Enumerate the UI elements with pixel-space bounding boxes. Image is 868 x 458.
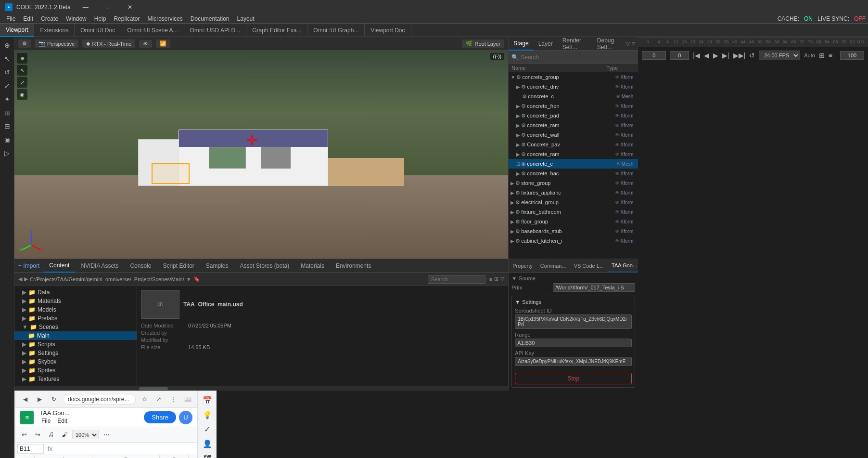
stage-row[interactable]: ▶ ⚙ concrete_pad 👁 Xform (509, 111, 638, 120)
browser-url-bar[interactable]: docs.google.com/spre... (63, 394, 136, 405)
filter-icon[interactable]: ▽ (625, 40, 630, 47)
tab-content[interactable]: Content (43, 259, 75, 273)
rtx-button[interactable]: ◆ RTX - Real-Time (82, 39, 135, 48)
tree-item[interactable]: ▶ 📁 Prefabs (14, 314, 137, 323)
tab-asset-stores[interactable]: Asset Stores (beta) (234, 259, 295, 273)
settings-button[interactable]: ⚙ (18, 39, 31, 48)
stage-row[interactable]: ▶ ⚙ fixture_bathroom 👁 Xform (509, 207, 638, 217)
tab-graph-editor[interactable]: Graph Editor Exa... (246, 24, 307, 37)
breadcrumb-dropdown-icon[interactable]: ▼ (186, 276, 191, 282)
tree-item[interactable]: ▶ 📁 Scripts (14, 340, 137, 349)
menu-documentation[interactable]: Documentation (187, 14, 233, 23)
bookmark-icon[interactable]: 🔖 (193, 276, 200, 282)
tab-viewport-doc[interactable]: Viewport Doc (365, 24, 411, 37)
nav-back-icon[interactable]: ◀ (18, 276, 22, 282)
user-avatar[interactable]: U (179, 411, 192, 424)
stage-search-input[interactable] (521, 54, 635, 61)
share-icon[interactable]: ↗ (153, 393, 165, 405)
vp-camera-icon[interactable]: ⊕ (17, 53, 27, 64)
tab-stage[interactable]: Stage (509, 37, 533, 51)
menu-file[interactable]: File (2, 14, 19, 23)
vp-tool3-icon[interactable]: ◉ (17, 89, 27, 100)
tab-omni-ui-doc[interactable]: Omni::UI Doc (75, 24, 121, 37)
maps-icon[interactable]: 🗺 (202, 452, 213, 458)
more-options-tool[interactable]: ⋯ (101, 429, 112, 441)
menu-create[interactable]: Create (37, 14, 62, 23)
play-button[interactable]: ▶ (713, 52, 718, 59)
cell-reference-input[interactable] (17, 444, 44, 454)
stage-row[interactable]: ▶ ⚙ fixtures_applianc 👁 Xform (509, 188, 638, 197)
tasks-icon[interactable]: ✓ (202, 423, 213, 435)
visibility-button[interactable]: 👁 (139, 40, 152, 48)
stage-row-selected[interactable]: ⊡ ◉ concrete_c 👁 Mesh (509, 159, 638, 169)
bottom-search-input[interactable] (428, 275, 485, 284)
stage-row[interactable]: ▶ ⚙ concrete_ram 👁 Xform (509, 120, 638, 130)
tab-render-settings[interactable]: Render Sett... (558, 37, 592, 51)
stage-row[interactable]: ▶ ⚙ concrete_ram 👁 Xform (509, 149, 638, 159)
tree-item[interactable]: ▼ 📁 Scenes (14, 323, 137, 331)
tab-console[interactable]: Console (124, 259, 157, 273)
import-button[interactable]: + Import (14, 262, 43, 269)
zoom-selector[interactable]: 100% (72, 431, 99, 439)
next-frame-button[interactable]: ▶| (722, 52, 729, 59)
stage-search[interactable]: 🔍 (509, 51, 638, 64)
tab-nvidia-assets[interactable]: NVIDIA Assets (75, 259, 124, 273)
browser-menu-icon[interactable]: ⋮ (167, 393, 179, 405)
col-a-header[interactable]: A (35, 455, 92, 458)
calendar-icon[interactable]: 📅 (202, 394, 213, 406)
menu-edit[interactable]: Edit (19, 14, 37, 23)
filter-icon[interactable]: ▽ (500, 276, 504, 282)
col-b-header[interactable]: B (92, 455, 160, 458)
menu-layout[interactable]: Layout (233, 14, 258, 23)
rotate-tool-icon[interactable]: ↺ (1, 66, 13, 78)
horizontal-scrollbar[interactable] (14, 386, 508, 391)
redo-tool[interactable]: ↪ (32, 429, 43, 441)
stage-row[interactable]: ▶ ⚙ cabinet_kitchen_i 👁 Xform (509, 236, 638, 246)
menu-icon[interactable]: ≡ (632, 40, 635, 47)
prev-frame-button[interactable]: ◀ (704, 52, 709, 59)
root-layer-button[interactable]: 🌿 Root Layer (462, 39, 504, 48)
tab-script-editor[interactable]: Script Editor (157, 259, 200, 273)
share-button[interactable]: Share (144, 411, 176, 423)
list-view-icon[interactable]: ≡ (489, 276, 492, 282)
play-start-button[interactable]: |◀ (693, 52, 700, 59)
tree-item[interactable]: ▶ 📁 Textures (14, 375, 137, 383)
loop-button[interactable]: ↺ (749, 52, 755, 59)
stage-row[interactable]: ▶ ⚙ floor_group 👁 Xform (509, 217, 638, 226)
tab-viewport[interactable]: Viewport (0, 24, 34, 37)
eye-tool-icon[interactable]: ◉ (1, 134, 13, 145)
tab-samples[interactable]: Samples (200, 259, 234, 273)
tab-debug-settings[interactable]: Debug Sett... (592, 37, 625, 51)
menu-edit[interactable]: Edit (55, 417, 69, 425)
print-tool[interactable]: 🖨 (45, 429, 57, 441)
tab-omni-ui-graph[interactable]: Omni::UI Graph... (307, 24, 365, 37)
menu-replicator[interactable]: Replicator (110, 14, 143, 23)
window-controls[interactable]: — □ ✕ (75, 0, 141, 14)
tree-item[interactable]: ▶ 📁 Settings (14, 349, 137, 357)
vp-scale-icon[interactable]: ⤢ (17, 77, 27, 88)
settings-icon[interactable]: ≡ (829, 52, 832, 59)
close-button[interactable]: ✕ (119, 0, 141, 14)
start-frame-input[interactable] (642, 51, 666, 60)
collapse-icon[interactable]: ▼ (511, 275, 517, 281)
tree-item[interactable]: ▶ 📁 Sprites (14, 366, 137, 375)
range-input[interactable] (515, 339, 632, 347)
stage-row[interactable]: ▶ ⚙ concrete_driv 👁 Xform (509, 82, 638, 92)
play-end-button[interactable]: ▶▶| (733, 52, 746, 59)
stage-row[interactable]: ▼ ⚙ concrete_group 👁 Xform (509, 72, 638, 82)
menu-file[interactable]: File (39, 417, 52, 425)
formula-input[interactable] (56, 445, 195, 452)
tree-item[interactable]: ▶ 📁 Models (14, 305, 137, 314)
tree-item[interactable]: ▶ 📁 Data (14, 288, 137, 297)
snap-tool-icon[interactable]: ⊟ (1, 120, 13, 132)
stage-row[interactable]: ⚙ concrete_c 👁 Mesh (509, 92, 638, 101)
fps-selector[interactable]: 24.00 FPS (759, 51, 800, 60)
tab-property[interactable]: Property (509, 259, 536, 273)
maximize-button[interactable]: □ (97, 0, 119, 14)
stage-row[interactable]: ▶ ⚙ concrete_bac 👁 Xform (509, 169, 638, 178)
stage-row[interactable]: ▶ ⚙ concrete_fron 👁 Xform (509, 101, 638, 111)
move-tool-icon[interactable]: ↖ (1, 53, 13, 65)
end-frame-input[interactable] (840, 51, 864, 60)
stop-button[interactable]: Stop (515, 373, 632, 384)
reader-icon[interactable]: 📖 (182, 393, 193, 405)
